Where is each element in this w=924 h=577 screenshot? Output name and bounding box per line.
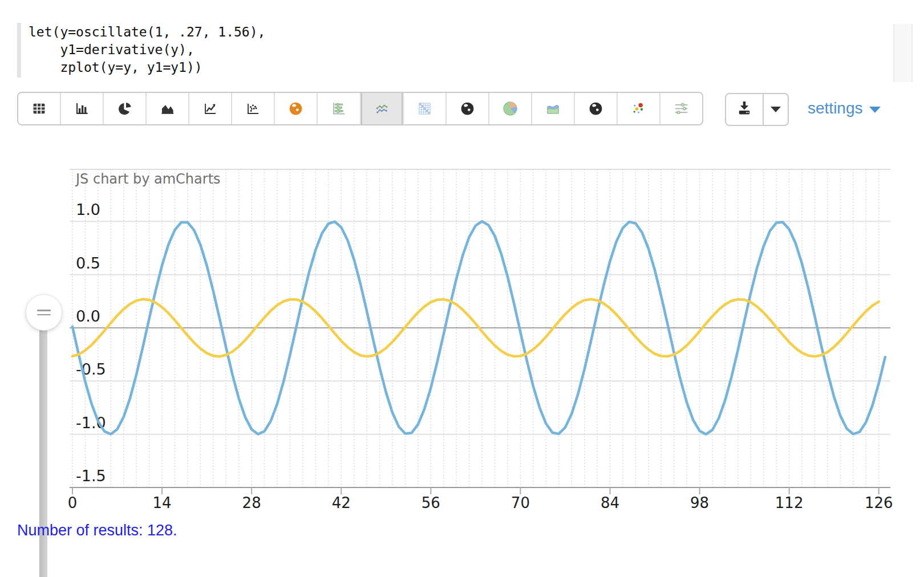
- chart-plot-area[interactable]: 0142842567084981121261.00.50.0-0.5-1.0-1…: [0, 143, 924, 542]
- bubble-grid-button[interactable]: [318, 93, 360, 124]
- scatter-plot-icon: [245, 101, 261, 116]
- download-split-button: [725, 93, 789, 126]
- stacked-area-icon: [545, 100, 561, 117]
- pivot-grid-button[interactable]: [404, 93, 447, 124]
- pivot-grid-icon: [416, 100, 433, 117]
- chart-region: 0142842567084981121261.00.50.0-0.5-1.0-1…: [0, 143, 924, 542]
- code-gutter-bar: [17, 23, 21, 78]
- column-chart-icon: [74, 101, 90, 116]
- grip-icon: [37, 314, 51, 316]
- zoom-slider-handle-top[interactable]: [26, 294, 62, 331]
- globe-dark-icon: [459, 100, 476, 117]
- x-tick-label: 42: [332, 494, 351, 511]
- editor-scrollbar[interactable]: [893, 24, 913, 82]
- settings-link[interactable]: settings: [808, 99, 881, 117]
- code-line: y1=derivative(y),: [29, 41, 265, 59]
- table-icon: [31, 101, 47, 116]
- x-tick-label: 70: [511, 494, 530, 511]
- bubble-grid-icon: [330, 100, 347, 117]
- globe-dark-button[interactable]: [447, 93, 489, 124]
- grip-icon: [37, 310, 51, 311]
- pie-colored-icon: [501, 100, 519, 117]
- x-tick-label: 126: [865, 494, 893, 511]
- page: let(y=oscillate(1, .27, 1.56), y1=deriva…: [0, 0, 924, 577]
- download-options-button[interactable]: [764, 94, 788, 125]
- stacked-area-button[interactable]: [532, 93, 575, 124]
- area-chart-icon: [160, 101, 175, 116]
- pie-chart-button[interactable]: [104, 93, 147, 124]
- x-tick-label: 28: [242, 494, 261, 511]
- settings-label: settings: [808, 99, 863, 117]
- globe-orange-icon: [287, 100, 304, 117]
- pie-chart-icon: [117, 101, 132, 116]
- download-button[interactable]: [726, 94, 764, 125]
- column-chart-button[interactable]: [61, 93, 104, 124]
- x-tick-label: 112: [775, 494, 804, 511]
- globe-dark2-button[interactable]: [575, 93, 618, 124]
- results-count-text: Number of results: 128.: [17, 522, 177, 539]
- x-tick-label: 84: [601, 494, 619, 511]
- scatter-plot-button[interactable]: [232, 93, 275, 124]
- globe-dark2-icon: [587, 100, 604, 117]
- line-chart-arrow-button[interactable]: [189, 93, 232, 124]
- multi-line-chart-icon: [374, 100, 390, 117]
- line-chart-arrow-icon: [202, 101, 218, 116]
- code-line: let(y=oscillate(1, .27, 1.56),: [29, 23, 265, 41]
- pie-colored-button[interactable]: [489, 93, 532, 124]
- motion-scatter-button[interactable]: [618, 93, 660, 124]
- chart-title: JS chart by amCharts: [75, 171, 221, 187]
- code-editor[interactable]: let(y=oscillate(1, .27, 1.56), y1=deriva…: [29, 23, 265, 76]
- chevron-down-icon: [771, 107, 781, 112]
- x-tick-label: 98: [690, 494, 709, 511]
- y-tick-label: -1.5: [76, 467, 106, 485]
- y-tick-label: 0.5: [76, 254, 100, 272]
- y-tick-label: 1.0: [76, 201, 100, 218]
- motion-scatter-icon: [630, 100, 647, 117]
- chart-type-toolbar: [17, 92, 703, 125]
- slider-filters-icon: [673, 100, 690, 117]
- code-line: zplot(y=y, y1=y1)): [29, 59, 265, 76]
- x-tick-label: 56: [422, 494, 440, 511]
- slider-filters-button[interactable]: [660, 93, 702, 124]
- download-icon: [735, 99, 754, 120]
- x-tick-label: 0: [68, 494, 78, 511]
- area-chart-button[interactable]: [147, 93, 189, 124]
- table-button[interactable]: [18, 93, 61, 124]
- chevron-down-icon: [869, 107, 881, 113]
- y-tick-label: 0.0: [76, 307, 100, 325]
- x-tick-label: 14: [153, 494, 172, 511]
- multi-line-chart-button[interactable]: [361, 93, 404, 124]
- globe-orange-button[interactable]: [275, 93, 318, 124]
